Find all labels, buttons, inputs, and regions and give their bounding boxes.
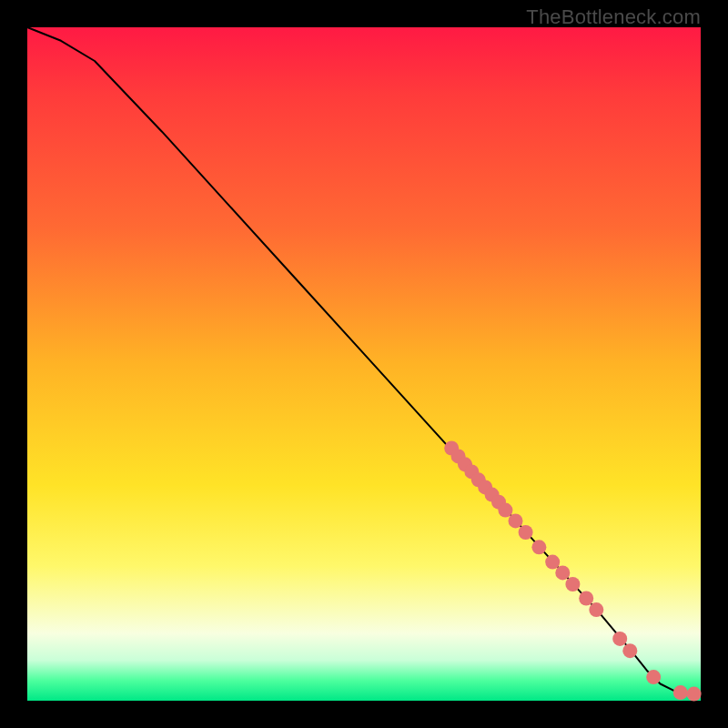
scatter-point <box>509 513 523 528</box>
watermark-label: TheBottleneck.com <box>526 5 701 29</box>
chart-overlay <box>27 27 701 701</box>
scatter-point <box>498 503 512 518</box>
scatter-point <box>589 602 603 617</box>
chart-frame: TheBottleneck.com <box>0 0 728 728</box>
scatter-point <box>579 592 593 606</box>
scatter-point <box>545 555 560 570</box>
curve-line <box>27 27 701 694</box>
scatter-point <box>555 565 570 580</box>
plot-area <box>27 27 701 701</box>
scatter-point <box>612 632 627 646</box>
scatter-point <box>531 540 546 554</box>
scatter-point <box>646 670 661 684</box>
scatter-point <box>519 525 533 540</box>
curve-path <box>27 27 701 694</box>
scatter-point <box>622 643 637 658</box>
scatter-point <box>673 685 688 700</box>
scatter-point <box>687 687 702 702</box>
scatter-points <box>444 441 701 702</box>
scatter-point <box>565 577 580 592</box>
